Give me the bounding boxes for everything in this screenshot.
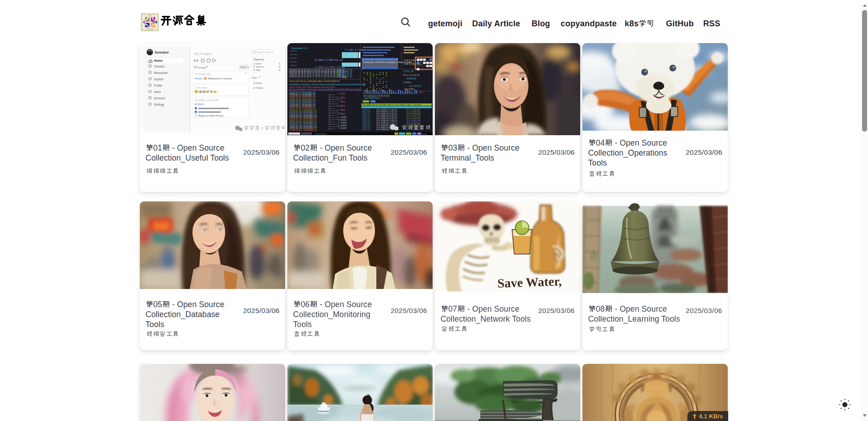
svg-text:TOTAL: 58: TOTAL: 58	[403, 70, 414, 73]
svg-text:#Hello: #Hello	[195, 77, 203, 80]
svg-text:99.1: 99.1	[419, 91, 423, 93]
svg-text:() Days: () Days	[253, 62, 261, 65]
svg-text:1407 root: 1407 root	[362, 128, 371, 131]
svg-text:Speedtest 1.1: Speedtest 1.1	[291, 47, 308, 49]
svg-text:Save Water,: Save Water,	[497, 274, 562, 290]
svg-text:|-- node4: |-- node4	[338, 127, 346, 129]
svg-text:GPU0 27% 45.1C 1490/2520 MHz 1: GPU0 27% 45.1C 1490/2520 MHz 14.97W 45/5…	[289, 80, 340, 83]
svg-text:|--- [5x4]: |--- [5x4]	[337, 109, 345, 111]
svg-text:Resources: Resources	[154, 71, 168, 74]
svg-text:31 MB/s 4.1 MB/s Sec 10: 31 MB/s 4.1 MB/s Sec 10	[315, 59, 343, 61]
svg-text:Save -»: Save -»	[240, 66, 250, 69]
svg-text:PID USER PRI NI VIRT RES SHR S: PID USER PRI NI VIRT RES SHR S CPU% MEM%…	[362, 103, 422, 106]
svg-text:Timeline: Timeline	[154, 65, 165, 68]
svg-text:Private: Private	[197, 66, 206, 69]
svg-text:10:41: 10:41	[422, 133, 427, 135]
svg-text:Profile: Profile	[154, 84, 162, 87]
svg-text:matplotlib-checkedout_summerTe: matplotlib-checkedout_summerTermcheckerB…	[289, 83, 366, 86]
svg-text:0x3B: 0x3B	[342, 76, 346, 78]
svg-text:# Hello: # Hello	[253, 82, 262, 84]
svg-text:Read Le Petit Prince.: Read Le Petit Prince.	[198, 114, 224, 117]
svg-text:Explore: Explore	[154, 78, 164, 81]
svg-text:Any thoughts...: Any thoughts...	[194, 52, 214, 56]
svg-text:CentOS: CentOS	[147, 28, 153, 30]
svg-text:|--- [5x5]: |--- [5x5]	[337, 113, 345, 115]
svg-text:Statistics: Statistics	[253, 58, 264, 61]
svg-text:|-- node2: |-- node2	[338, 122, 346, 124]
svg-text:LS234 04 x21 +5x2an09te 2.0: LS234 04 x21 +5x2an09te 2.0	[289, 129, 317, 132]
svg-text:Archived: Archived	[154, 97, 165, 100]
svg-text:|--- [5x3]: |--- [5x3]	[337, 105, 345, 107]
svg-text:|--- [5x2]: |--- [5x2]	[337, 101, 345, 103]
svg-text:nd+ wold 14.: nd+ wold 14.	[409, 85, 421, 87]
svg-text:2: 2	[279, 69, 280, 71]
svg-text:# TODO: # TODO	[253, 87, 263, 89]
svg-text:Welcome to memos.: Welcome to memos.	[208, 77, 233, 80]
svg-text:Home: Home	[154, 59, 163, 62]
svg-text:tdlmux3 childrens:/childrenby-: tdlmux3 childrens:/childrenby-licenseCar…	[289, 88, 362, 91]
svg-text:Tags: Tags	[252, 76, 257, 79]
svg-text:Settings: Settings	[154, 103, 164, 107]
svg-text:1.2 GB/s 4.1 MB/s: 1.2 GB/s 4.1 MB/s	[345, 49, 365, 51]
svg-text:1/7/2024, 8:30:00 PM: 1/7/2024, 8:30:00 PM	[195, 99, 219, 102]
svg-text:|-- node3: |-- node3	[338, 124, 346, 127]
svg-text:13.11 /usr/bin/xd11: 13.11 /usr/bin/xd11	[406, 128, 423, 131]
svg-text:Swp[ 512: Swp[ 512K/4.00G]	[364, 97, 380, 99]
svg-text:|--- [5x0]: |--- [5x0]	[337, 93, 345, 95]
svg-text:4 minutes ago: 4 minutes ago	[195, 73, 211, 75]
svg-text:1: 1	[279, 62, 280, 65]
svg-text:modified: modified	[403, 81, 411, 83]
svg-text:1 hour ago: 1 hour ago	[195, 86, 207, 89]
svg-text:|-- node0: |-- node0	[338, 116, 346, 118]
svg-text:#TODO: #TODO	[195, 103, 204, 106]
svg-text:|-- node1: |-- node1	[338, 119, 346, 121]
svg-text:this b, nov jan 00: this b, nov jan 00	[403, 74, 420, 76]
svg-text:|--- [5x1]: |--- [5x1]	[337, 97, 345, 99]
svg-text:Demobot: Demobot	[155, 51, 169, 54]
svg-text:3: 3	[279, 65, 280, 68]
svg-text:# Tags: # Tags	[253, 69, 261, 71]
svg-text:2:vim 3:bash: 2:vim 3:bash	[315, 133, 326, 135]
svg-text:0000040 4E 45 2F 08 01 7F 35: 0000040 4E 45 2F 08 01 7F 35 2F C1 48 7E…	[289, 76, 345, 78]
svg-text:Inbox: Inbox	[154, 90, 161, 93]
svg-text:00000218: 00000218	[406, 78, 416, 80]
svg-text:#. Memos: #. Memos	[253, 65, 264, 68]
svg-text:Search memos: Search memos	[256, 51, 273, 54]
